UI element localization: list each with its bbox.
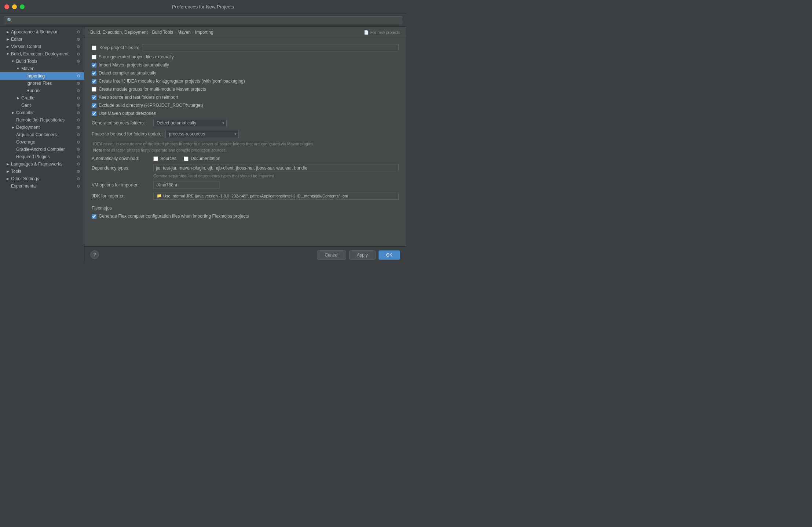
vm-options-label: VM options for importer: [92, 182, 150, 188]
generate-flex-row: Generate Flex compiler configuration fil… [92, 214, 399, 219]
keep-project-files-row: Keep project files in: [92, 44, 399, 51]
arrow-icon: ▶ [6, 45, 10, 48]
sidebar-item-gradle-android[interactable]: Gradle-Android Compiler ⚙ [0, 146, 84, 153]
sidebar-item-importing[interactable]: Importing ⚙ [0, 72, 84, 80]
documentation-text: Documentation [191, 156, 220, 161]
generated-sources-label: Generated sources folders: [92, 120, 150, 126]
keep-project-files-label: Keep project files in: [99, 45, 139, 50]
sidebar: ▶ Appearance & Behavior ⚙ ▶ Editor ⚙ ▶ V… [0, 27, 84, 264]
sidebar-item-label: Appearance & Behavior [11, 29, 58, 34]
create-module-groups-checkbox[interactable] [92, 87, 96, 92]
phase-select[interactable]: process-resources generate-sources gener… [165, 130, 239, 138]
info-line-2-rest: that all test-* phases firstly generate … [102, 148, 226, 152]
store-generated-row: Store generated project files externally [92, 54, 399, 59]
import-maven-checkbox[interactable] [92, 63, 96, 68]
dependency-types-input[interactable] [153, 164, 399, 172]
sidebar-item-runner[interactable]: Runner ⚙ [0, 87, 84, 94]
generate-flex-label[interactable]: Generate Flex compiler configuration fil… [92, 214, 249, 219]
use-maven-output-label[interactable]: Use Maven output directories [92, 111, 156, 116]
sidebar-item-other-settings[interactable]: ▶ Other Settings ⚙ [0, 175, 84, 182]
jdk-importer-button[interactable]: 📁 Use Internal JRE (java version "1.8.0_… [153, 192, 399, 200]
sidebar-item-maven[interactable]: ▼ Maven [0, 65, 84, 72]
sidebar-item-gradle[interactable]: ▶ Gradle ⚙ [0, 94, 84, 102]
settings-icon: ⚙ [76, 183, 81, 189]
vm-options-input[interactable] [153, 181, 219, 189]
minimize-button[interactable] [12, 4, 17, 9]
sidebar-item-version-control[interactable]: ▶ Version Control ⚙ [0, 43, 84, 50]
generated-sources-dropdown-wrapper: Detect automatically Don't detect Genera… [153, 119, 227, 127]
sidebar-item-experimental[interactable]: Experimental ⚙ [0, 182, 84, 190]
store-generated-text: Store generated project files externally [99, 54, 174, 59]
search-input[interactable] [4, 16, 402, 24]
arrow-placeholder [21, 89, 25, 92]
sidebar-item-arquillian[interactable]: Arquillian Containers ⚙ [0, 131, 84, 138]
page-icon: 📄 [364, 30, 369, 35]
close-button[interactable] [4, 4, 9, 9]
store-generated-label[interactable]: Store generated project files externally [92, 54, 174, 59]
settings-icon: ⚙ [76, 147, 81, 152]
documentation-checkbox-label[interactable]: Documentation [184, 156, 220, 161]
breadcrumb-sep-1: › [149, 30, 151, 34]
sidebar-item-tools[interactable]: ▶ Tools ⚙ [0, 168, 84, 175]
breadcrumb: Build, Execution, Deployment › Build Too… [84, 27, 406, 38]
sidebar-item-label: Required Plugins [16, 154, 50, 159]
exclude-build-checkbox[interactable] [92, 103, 96, 108]
sources-checkbox-label[interactable]: Sources [153, 156, 176, 161]
generate-flex-text: Generate Flex compiler configuration fil… [99, 214, 249, 219]
help-button[interactable]: ? [90, 250, 99, 259]
generate-flex-checkbox[interactable] [92, 214, 96, 219]
arrow-icon: ▼ [6, 52, 10, 56]
sidebar-item-editor[interactable]: ▶ Editor ⚙ [0, 36, 84, 43]
sidebar-item-coverage[interactable]: Coverage ⚙ [0, 138, 84, 146]
sidebar-item-ignored-files[interactable]: Ignored Files ⚙ [0, 80, 84, 87]
sidebar-item-appearance-behavior[interactable]: ▶ Appearance & Behavior ⚙ [0, 28, 84, 36]
keep-source-label[interactable]: Keep source and test folders on reimport [92, 95, 178, 100]
breadcrumb-part-2: Build Tools [152, 30, 173, 35]
sidebar-item-compiler[interactable]: ▶ Compiler ⚙ [0, 109, 84, 116]
exclude-build-row: Exclude build directory (%PROJECT_ROOT%/… [92, 103, 399, 108]
dependency-types-row: Dependency types: [92, 164, 399, 172]
sidebar-item-build-execution-deployment[interactable]: ▼ Build, Execution, Deployment ⚙ [0, 50, 84, 58]
sidebar-item-remote-jar-repos[interactable]: Remote Jar Repositories ⚙ [0, 116, 84, 124]
arrow-placeholder [6, 184, 10, 188]
create-intellij-label[interactable]: Create IntelliJ IDEA modules for aggrega… [92, 79, 245, 84]
create-intellij-text: Create IntelliJ IDEA modules for aggrega… [99, 79, 245, 84]
detect-compiler-label[interactable]: Detect compiler automatically [92, 70, 156, 76]
dependency-hint: Comma separated list of dependency types… [153, 174, 399, 178]
keep-project-files-input[interactable] [142, 44, 399, 51]
import-maven-label[interactable]: Import Maven projects automatically [92, 62, 169, 68]
sidebar-item-build-tools[interactable]: ▼ Build Tools ⚙ [0, 58, 84, 65]
arrow-icon: ▼ [11, 59, 15, 63]
exclude-build-label[interactable]: Exclude build directory (%PROJECT_ROOT%/… [92, 103, 203, 108]
ok-button[interactable]: OK [378, 250, 400, 260]
sidebar-item-languages-frameworks[interactable]: ▶ Languages & Frameworks ⚙ [0, 160, 84, 168]
generated-sources-row: Generated sources folders: Detect automa… [92, 119, 399, 127]
use-maven-output-checkbox[interactable] [92, 111, 96, 116]
maximize-button[interactable] [20, 4, 25, 9]
sidebar-item-gant[interactable]: Gant ⚙ [0, 102, 84, 109]
settings-icon: ⚙ [76, 169, 81, 174]
sources-checkbox[interactable] [153, 156, 158, 161]
create-module-groups-label[interactable]: Create module groups for multi-module Ma… [92, 87, 206, 92]
detect-compiler-checkbox[interactable] [92, 71, 96, 76]
keep-project-files-checkbox[interactable] [92, 46, 96, 50]
breadcrumb-part-3: Maven [178, 30, 191, 35]
use-maven-output-row: Use Maven output directories [92, 111, 399, 116]
create-intellij-checkbox[interactable] [92, 79, 96, 84]
sidebar-item-deployment[interactable]: ▶ Deployment ⚙ [0, 124, 84, 131]
sidebar-item-label: Gradle [21, 95, 34, 101]
cancel-button[interactable]: Cancel [317, 250, 346, 260]
sidebar-item-label: Version Control [11, 44, 41, 49]
arrow-icon: ▶ [16, 96, 20, 100]
arrow-placeholder [21, 81, 25, 85]
jdk-folder-icon: 📁 [157, 193, 162, 198]
store-generated-checkbox[interactable] [92, 55, 96, 59]
sidebar-item-required-plugins[interactable]: Required Plugins ⚙ [0, 153, 84, 160]
generated-sources-select[interactable]: Detect automatically Don't detect Genera… [153, 119, 227, 127]
settings-icon: ⚙ [76, 51, 81, 57]
documentation-checkbox[interactable] [184, 156, 189, 161]
settings-icon: ⚙ [76, 95, 81, 101]
keep-source-checkbox[interactable] [92, 95, 96, 100]
apply-button[interactable]: Apply [349, 250, 376, 260]
sidebar-item-label: Build Tools [16, 59, 37, 64]
